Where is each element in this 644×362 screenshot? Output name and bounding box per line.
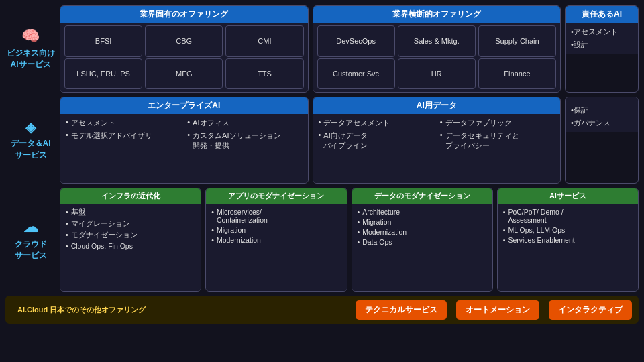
yokodan-cell-hr: HR <box>398 58 476 90</box>
ai-data-item1: • データアセスメント <box>319 118 433 128</box>
ai-data-item3: • データファブリック <box>440 118 555 128</box>
gyokai-row2: LSHC, ERU, PS MFG TTS <box>64 58 304 90</box>
gyokai-cell-cmi: CMI <box>225 25 303 57</box>
appli-item2: • Migration <box>211 226 341 234</box>
data-modern-content: • Architecture • Migration • Modernizati… <box>352 204 492 291</box>
data-modern-header: データのモダナイゼーション <box>352 188 492 204</box>
data-modern-panel: データのモダナイゼーション • Architecture • Migration… <box>352 188 493 292</box>
gyokai-content: BFSI CBG CMI LSHC, ERU, PS MFG TTS <box>60 23 308 92</box>
yokodan-cell-finance: Finance <box>478 58 556 90</box>
yokodan-content: DevSecOps Sales & Mktg. Supply Chain Cus… <box>313 23 561 92</box>
responsible-ai-header: 責任あるAI <box>566 6 638 23</box>
data-ai-label: ◈ データ＆AI サービス <box>5 97 56 184</box>
ai-services-header: AIサービス <box>498 188 638 204</box>
infra-header: インフラの近代化 <box>60 188 201 204</box>
infra-content: • 基盤 • マイグレーション • モダナイゼーション • Cloud Ops,… <box>60 204 201 291</box>
enterprise-item-assessment: • アセスメント <box>66 118 180 128</box>
row1-business-ai: 🧠 ビジネス向け AIサービス 業界固有のオファリング BFSI CBG CMI… <box>5 5 639 93</box>
gyokai-cell-lshc: LSHC, ERU, PS <box>64 58 142 90</box>
infra-item2: • マイグレーション <box>66 219 195 229</box>
ai-services-panel: AIサービス • PoC/PoT/ Demo / Assessment • ML… <box>497 188 639 292</box>
ai-data-panel: AI用データ • データアセスメント • AI向けデータ パイプライン • デ <box>313 97 561 184</box>
business-ai-text: ビジネス向け AIサービス <box>7 48 55 70</box>
ai-data-header: AI用データ <box>313 97 561 114</box>
ai-data-col2: • データファブリック • データセキュリティと プライバシー <box>440 118 555 179</box>
row2-right-panel: •保証 •ガバナンス <box>565 97 639 184</box>
gyokai-cell-mfg: MFG <box>145 58 223 90</box>
row4-other: AI.Cloud 日本でのその他オファリング テクニカルサービス オートメーショ… <box>5 296 639 324</box>
enterprise-ai-panel: エンタープライズAI • アセスメント • モデル選択アドバイザリ • AIオ <box>60 97 309 184</box>
responsible-ai-content: •アセスメント •設計 <box>566 23 638 54</box>
data-item1: • Architecture <box>358 208 487 216</box>
responsible-ai-item2: •設計 <box>571 40 633 50</box>
ai-data-content: • データアセスメント • AI向けデータ パイプライン • データファブリック… <box>313 114 561 183</box>
infra-item3: • モダナイゼーション <box>66 231 195 240</box>
appli-content: • Microservices/ Containerization • Migr… <box>206 204 346 291</box>
infra-item1: • 基盤 <box>66 208 195 217</box>
yokodan-panel: 業界横断的オファリング DevSecOps Sales & Mktg. Supp… <box>313 5 561 93</box>
data-item3: • Modernization <box>358 228 487 236</box>
row2-right-content: •保証 •ガバナンス <box>566 97 638 132</box>
yokodan-row2: Customer Svc HR Finance <box>317 58 557 90</box>
ai-svc-item1: • PoC/PoT/ Demo / Assessment <box>503 208 633 224</box>
appli-header: アプリのモダナイゼーション <box>206 188 346 204</box>
infra-panel: インフラの近代化 • 基盤 • マイグレーション • モダナイゼーション <box>60 188 201 292</box>
data-item2: • Migration <box>358 218 487 226</box>
interactive-btn[interactable]: インタラクティブ <box>549 300 632 320</box>
gyokai-header: 業界固有のオファリング <box>60 6 308 23</box>
gyokai-cell-tts: TTS <box>225 58 303 90</box>
enterprise-ai-content: • アセスメント • モデル選択アドバイザリ • AIオフィス • <box>60 114 308 183</box>
row3-cloud: ☁ クラウド サービス インフラの近代化 • 基盤 • マイグレーション <box>5 188 639 292</box>
technical-services-btn[interactable]: テクニカルサービス <box>356 300 447 320</box>
row2-right-item2: •ガバナンス <box>571 118 633 128</box>
yokodan-cell-customersvc: Customer Svc <box>317 58 395 90</box>
yokodan-cell-sales: Sales & Mktg. <box>398 25 476 57</box>
appli-item3: • Modernization <box>211 236 341 244</box>
row2-data-ai: ◈ データ＆AI サービス エンタープライズAI • アセスメント • モデル選… <box>5 97 639 184</box>
ai-svc-item3: • Services Enablement <box>503 236 633 244</box>
automation-btn[interactable]: オートメーション <box>456 300 539 320</box>
enterprise-col2: • AIオフィス • カスタムAIソリューション 開発・提供 <box>187 118 302 179</box>
ai-data-col1: • データアセスメント • AI向けデータ パイプライン <box>319 118 433 179</box>
main-container: 🧠 ビジネス向け AIサービス 業界固有のオファリング BFSI CBG CMI… <box>0 0 644 362</box>
yokodan-header: 業界横断的オファリング <box>313 6 561 23</box>
infra-item4: • Cloud Ops, Fin Ops <box>66 242 195 250</box>
cloud-icon: ☁ <box>23 219 38 236</box>
cloud-panels: インフラの近代化 • 基盤 • マイグレーション • モダナイゼーション <box>60 188 639 292</box>
business-ai-label: 🧠 ビジネス向け AIサービス <box>5 5 56 93</box>
row2-right-item1: •保証 <box>571 105 633 115</box>
enterprise-ai-header: エンタープライズAI <box>60 97 308 114</box>
cloud-label: ☁ クラウド サービス <box>5 188 56 292</box>
yokodan-row1: DevSecOps Sales & Mktg. Supply Chain <box>317 25 557 57</box>
brain-icon: 🧠 <box>21 27 40 45</box>
enterprise-col1: • アセスメント • モデル選択アドバイザリ <box>66 118 180 179</box>
gyokai-cell-cbg: CBG <box>145 25 223 57</box>
gyokai-row1: BFSI CBG CMI <box>64 25 304 57</box>
ai-data-item4: • データセキュリティと プライバシー <box>440 131 555 151</box>
responsible-ai-item1: •アセスメント <box>571 27 633 37</box>
responsible-ai-panel: 責任あるAI •アセスメント •設計 <box>565 5 639 93</box>
data-item4: • Data Ops <box>358 238 487 246</box>
gyokai-panel: 業界固有のオファリング BFSI CBG CMI LSHC, ERU, PS M… <box>60 5 309 93</box>
enterprise-item-custom: • カスタムAIソリューション 開発・提供 <box>187 131 302 151</box>
ai-svc-item2: • ML Ops, LLM Ops <box>503 226 633 234</box>
cloud-text: クラウド サービス <box>15 239 47 261</box>
ai-services-content: • PoC/PoT/ Demo / Assessment • ML Ops, L… <box>498 204 638 291</box>
layers-icon: ◈ <box>25 119 36 135</box>
enterprise-item-office: • AIオフィス <box>187 118 302 128</box>
yokodan-cell-supply: Supply Chain <box>478 25 556 57</box>
appli-item1: • Microservices/ Containerization <box>211 208 341 224</box>
enterprise-item-model: • モデル選択アドバイザリ <box>66 131 180 141</box>
gyokai-cell-bfsi: BFSI <box>64 25 142 57</box>
data-ai-text: データ＆AI サービス <box>11 138 51 161</box>
yokodan-cell-devsecops: DevSecOps <box>317 25 395 57</box>
row4-label: AI.Cloud 日本でのその他オファリング <box>12 305 352 315</box>
ai-data-item2: • AI向けデータ パイプライン <box>319 131 433 151</box>
appli-panel: アプリのモダナイゼーション • Microservices/ Container… <box>205 188 347 292</box>
